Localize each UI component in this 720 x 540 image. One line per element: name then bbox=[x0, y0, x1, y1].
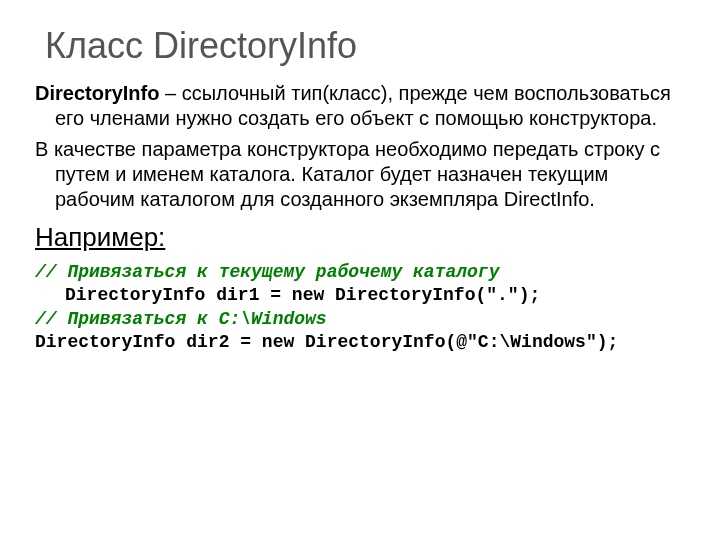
paragraph-2: В качестве параметра конструктора необхо… bbox=[35, 137, 685, 212]
example-label: Например: bbox=[35, 222, 685, 253]
code-comment-2: // Привязаться к C:\Windows bbox=[35, 308, 685, 331]
code-line-1: DirectoryInfo dir1 = new DirectoryInfo("… bbox=[35, 284, 685, 307]
code-block: // Привязаться к текущему рабочему катал… bbox=[35, 261, 685, 355]
paragraph-1: DirectoryInfo – ссылочный тип(класс), пр… bbox=[35, 81, 685, 131]
slide-title: Класс DirectoryInfo bbox=[45, 25, 685, 67]
code-line-2: DirectoryInfo dir2 = new DirectoryInfo(@… bbox=[35, 331, 685, 354]
code-comment-1: // Привязаться к текущему рабочему катал… bbox=[35, 261, 685, 284]
term-directoryinfo: DirectoryInfo bbox=[35, 82, 159, 104]
